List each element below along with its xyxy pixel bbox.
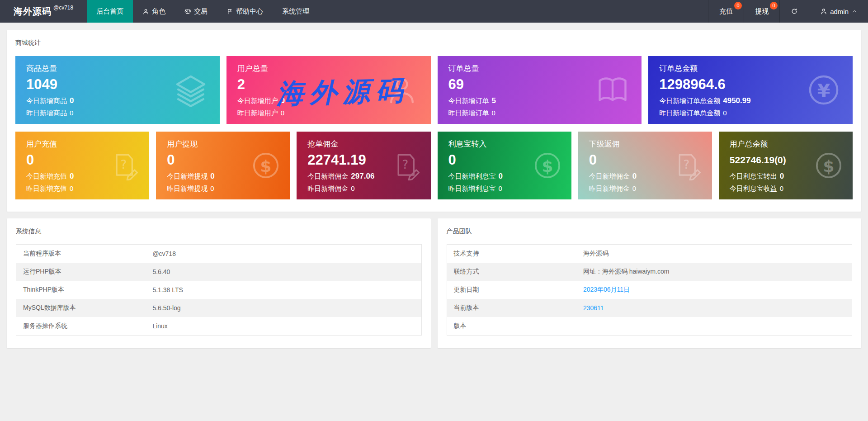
product-team-table: 技术支持海外源码 联络方式网址：海外源码 haiwaiym.com 更新日期20… (447, 244, 853, 336)
current-version-link[interactable]: 230611 (576, 299, 852, 317)
refresh-icon (791, 8, 798, 15)
main-content: 商城统计 海外源码 商品总量 1049 今日新增商品0 昨日新增商品0 用户总量… (0, 30, 868, 348)
user-icon (385, 73, 419, 107)
scales-icon (184, 8, 191, 15)
dollar-circle-icon (533, 151, 562, 180)
product-team-panel: 产品团队 技术支持海外源码 联络方式网址：海外源码 haiwaiym.com 更… (438, 218, 862, 348)
navbar-right: 充值 0 提现 0 admin (708, 0, 868, 23)
system-info-title: 系统信息 (16, 227, 422, 236)
person-icon (820, 8, 827, 15)
stats-row-2: 用户充值 0 今日新增充值0 昨日新增充值0 用户提现 0 今日新增提现0 昨日… (15, 132, 853, 199)
book-icon (595, 73, 630, 107)
table-row: 服务器操作系统Linux (16, 317, 422, 336)
table-row: 当前版本230611 (447, 299, 852, 317)
chevron-up-icon (852, 9, 857, 14)
nav-item-trade[interactable]: 交易 (175, 0, 217, 23)
table-row: 联络方式网址：海外源码 haiwaiym.com (447, 263, 852, 281)
flag-icon (226, 8, 233, 15)
main-menu: 后台首页 角色 交易 帮助中心 系统管理 (87, 0, 319, 23)
yen-circle-icon (807, 73, 841, 107)
shop-stats-panel: 商城统计 海外源码 商品总量 1049 今日新增商品0 昨日新增商品0 用户总量… (7, 30, 861, 212)
user-icon (142, 8, 149, 15)
table-row: 更新日期2023年06月11日 (447, 281, 852, 299)
stats-row-1: 海外源码 商品总量 1049 今日新增商品0 昨日新增商品0 用户总量 2 今日… (15, 56, 853, 124)
table-row: ThinkPHP版本5.1.38 LTS (16, 281, 422, 299)
table-row: 当前程序版本@cv718 (16, 245, 422, 263)
doc-question-icon (110, 151, 140, 180)
layers-icon (174, 73, 208, 107)
doc-question-icon (392, 151, 422, 180)
table-row: 运行PHP版本5.6.40 (16, 263, 422, 281)
dollar-circle-icon (251, 151, 281, 180)
card-users-total: 用户总量 2 今日新增用户0 昨日新增用户0 (226, 56, 431, 124)
card-grab-commission: 抢单佣金 22741.19 今日新增佣金297.06 昨日新增佣金0 (297, 132, 430, 199)
refresh-button[interactable] (779, 0, 809, 23)
system-info-table: 当前程序版本@cv718 运行PHP版本5.6.40 ThinkPHP版本5.1… (16, 244, 422, 336)
navbar: 海外源码 @cv718 后台首页 角色 交易 帮助中心 系统管理 充值 0 提现… (0, 0, 868, 23)
card-user-recharge: 用户充值 0 今日新增充值0 昨日新增充值0 (15, 132, 149, 199)
admin-menu[interactable]: admin (809, 0, 868, 23)
card-interest-in: 利息宝转入 0 今日新增利息宝0 昨日新增利息宝0 (438, 132, 571, 199)
nav-item-roles[interactable]: 角色 (133, 0, 175, 23)
nav-item-home[interactable]: 后台首页 (87, 0, 133, 23)
update-date-link[interactable]: 2023年06月11日 (576, 281, 852, 299)
admin-username: admin (830, 8, 849, 15)
recharge-nav-button[interactable]: 充值 0 (708, 0, 744, 23)
recharge-badge: 0 (734, 2, 742, 9)
nav-item-help-center[interactable]: 帮助中心 (217, 0, 273, 23)
nav-item-system[interactable]: 系统管理 (273, 0, 319, 23)
app-title: 海外源码 (14, 5, 52, 18)
app-title-suffix: @cv718 (53, 5, 73, 11)
withdraw-badge: 0 (770, 2, 778, 9)
bottom-panels: 系统信息 当前程序版本@cv718 运行PHP版本5.6.40 ThinkPHP… (7, 218, 861, 348)
dollar-circle-icon (814, 151, 844, 180)
doc-question-icon (673, 151, 703, 180)
stats-section-title: 商城统计 (15, 39, 853, 47)
product-team-title: 产品团队 (447, 227, 853, 236)
table-row: 版本 (447, 317, 852, 336)
withdraw-nav-button[interactable]: 提现 0 (744, 0, 779, 23)
table-row: 技术支持海外源码 (447, 245, 852, 263)
app-logo: 海外源码 @cv718 (0, 0, 87, 23)
card-user-withdraw: 用户提现 0 今日新增提现0 昨日新增提现0 (156, 132, 290, 199)
card-goods-total: 商品总量 1049 今日新增商品0 昨日新增商品0 (15, 56, 220, 124)
table-row: MySQL数据库版本5.6.50-log (16, 299, 422, 317)
card-orders-total: 订单总量 69 今日新增订单5 昨日新增订单0 (438, 56, 642, 124)
card-order-amount: 订单总金额 1298964.6 今日新增订单总金额4950.99 昨日新增订单总… (648, 56, 853, 124)
card-sub-commission: 下级返佣 0 今日新增佣金0 昨日新增佣金0 (578, 132, 712, 199)
card-user-balance: 用户总余额 522746.19(0) 今日利息宝转出0 今日利息宝收益0 (719, 132, 853, 199)
system-info-panel: 系统信息 当前程序版本@cv718 运行PHP版本5.6.40 ThinkPHP… (7, 218, 431, 348)
